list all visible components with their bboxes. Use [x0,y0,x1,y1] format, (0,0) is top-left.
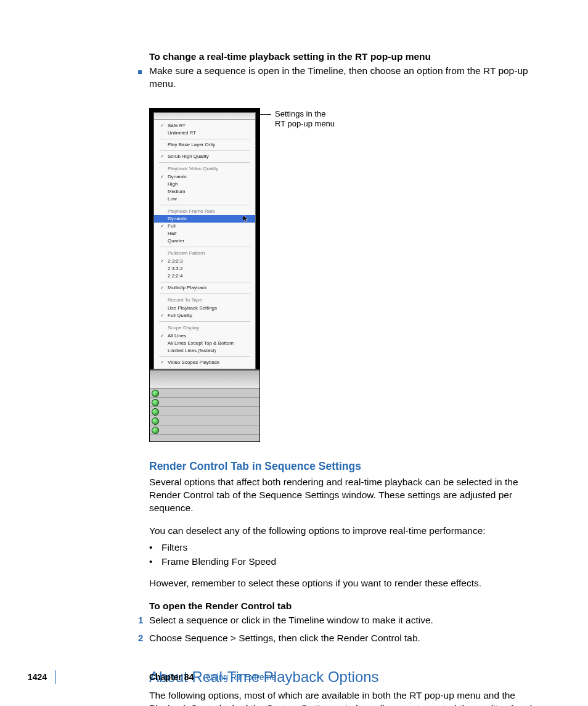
about-p1: The following options, most of which are… [149,689,544,706]
menu-item-full-rate[interactable]: Full [154,223,255,230]
menu-item-quarter[interactable]: Quarter [154,237,255,245]
menu-item-scrub-hq[interactable]: Scrub High Quality [154,153,255,160]
menu-item-2224[interactable]: 2:2:2:4 [154,273,255,280]
menu-item-2332[interactable]: 2:3:3:2 [154,265,255,273]
render-p1: Several options that affect both renderi… [149,476,544,515]
menu-item-low[interactable]: Low [154,195,255,203]
intro-bullet-text: Make sure a sequence is open in the Time… [149,65,544,91]
menu-group-record: Record To Tape [154,296,255,305]
figure-callout: Settings in the RT pop-up menu [275,109,335,129]
render-control-heading: Render Control Tab in Sequence Settings [149,459,544,474]
menu-group-rate: Playback Frame Rate [154,207,255,216]
menu-item-dynamic-video[interactable]: Dynamic [154,173,255,181]
menu-item-multiclip[interactable]: Multiclip Playback [154,284,255,292]
chapter-label: Chapter 84 [149,672,194,682]
rt-menu-screenshot: Safe RT Unlimited RT Play Base Layer Onl… [149,108,260,442]
intro-heading: To change a real-time playback setting i… [149,51,544,64]
menu-item-full-quality[interactable]: Full Quality [154,312,255,319]
menu-item-2323[interactable]: 2:3:2:3 [154,258,255,265]
menu-item-limited[interactable]: Limited Lines (fastest) [154,347,255,355]
menu-item-except[interactable]: All Lines Except Top & Bottom [154,340,255,347]
callout-leader-line [260,114,271,115]
menu-group-scope: Scope Display [154,324,255,332]
menu-item-all-lines[interactable]: All Lines [154,332,255,340]
rt-popup-menu: Safe RT Unlimited RT Play Base Layer Onl… [154,120,255,369]
menu-item-unlimited-rt[interactable]: Unlimited RT [154,129,255,137]
step-1-text: Select a sequence or click in the Timeli… [149,614,433,627]
step-2-text: Choose Sequence > Settings, then click t… [149,632,420,645]
menu-item-high[interactable]: High [154,181,255,188]
menu-item-play-base[interactable]: Play Base Layer Only [154,141,255,149]
menu-group-pulldown: Pulldown Pattern [154,249,255,258]
render-p2: You can deselect any of the following op… [149,525,544,538]
page-number: 1424 [0,671,55,683]
step-number-2: 2 [138,633,143,643]
menu-item-dynamic-rate[interactable]: Dynamic [154,215,255,223]
footer-divider [55,670,56,684]
square-bullet-icon [138,65,149,91]
step-number-1: 1 [138,615,143,625]
menu-item-safe-rt[interactable]: Safe RT [154,122,255,129]
bullet-dot-icon: • [149,556,155,568]
bullet-dot-icon: • [149,541,155,554]
list-item-filters: Filters [161,541,187,554]
menu-item-medium[interactable]: Medium [154,188,255,195]
chapter-title: Using RT Extreme [206,672,276,682]
menu-item-use-pb[interactable]: Use Playback Settings [154,305,255,312]
render-p3: However, remember to select these option… [149,577,544,590]
menu-group-video: Playback Video Quality [154,165,255,173]
menu-item-half[interactable]: Half [154,230,255,237]
list-item-frame-blending: Frame Blending For Speed [161,556,276,568]
render-sub-heading: To open the Render Control tab [149,600,544,613]
menu-item-scopes-pb[interactable]: Video Scopes Playback [154,359,255,366]
